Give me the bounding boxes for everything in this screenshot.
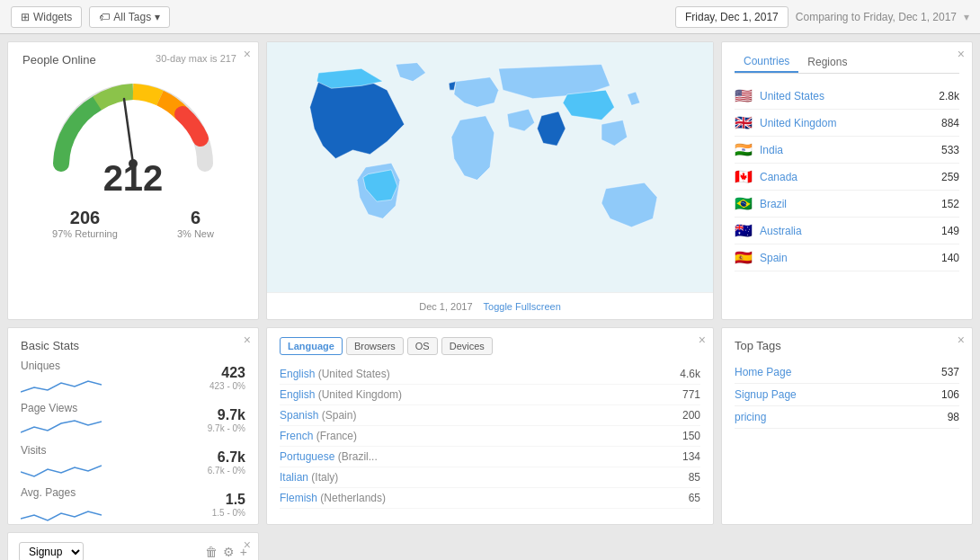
- trash-icon[interactable]: 🗑: [205, 545, 218, 559]
- language-name[interactable]: Italian (Italy): [280, 471, 338, 484]
- toptags-widget: × Top Tags Home Page 537 Signup Page 106…: [721, 327, 973, 525]
- country-info: 🇨🇦 Canada: [735, 168, 797, 185]
- language-name[interactable]: French (France): [280, 430, 357, 442]
- tag-count: 106: [941, 388, 959, 401]
- country-info: 🇪🇸 Spain: [735, 249, 788, 266]
- tag-row: pricing 98: [735, 406, 959, 429]
- grid-icon: ⊞: [21, 11, 30, 23]
- stat-row: Page Views 9.7k 9.7k - 0%: [21, 402, 245, 439]
- top-bar-right: Friday, Dec 1, 2017 Comparing to Friday,…: [675, 6, 969, 28]
- map-content: [267, 42, 713, 292]
- sparkline-chart: [21, 501, 102, 523]
- funnel-select[interactable]: Signup: [19, 542, 84, 560]
- country-flag: 🇬🇧: [735, 114, 753, 131]
- people-online-close[interactable]: ×: [244, 48, 251, 60]
- svg-line-0: [124, 99, 133, 164]
- people-online-widget: × People Online 30-day max is 217: [7, 41, 259, 320]
- sparkline-chart: [21, 374, 102, 396]
- country-name[interactable]: Australia: [760, 225, 802, 237]
- language-name[interactable]: Flemish (Netherlands): [280, 492, 386, 504]
- country-name[interactable]: Brazil: [760, 198, 787, 210]
- language-region: (Spain): [322, 409, 357, 422]
- language-row: Spanish (Spain) 200: [280, 405, 700, 426]
- country-name[interactable]: India: [760, 144, 783, 156]
- new-count: 6: [177, 208, 214, 228]
- language-tab[interactable]: Language: [280, 337, 343, 355]
- language-name[interactable]: English (United States): [280, 368, 390, 380]
- language-region: (Brazil...: [338, 450, 378, 463]
- language-name[interactable]: English (United Kingdom): [280, 388, 402, 401]
- countries-tabs: Countries Regions: [735, 51, 959, 74]
- comparing-chevron: ▾: [964, 11, 969, 23]
- people-stats: 206 97% Returning 6 3% New: [22, 208, 244, 239]
- stat-row-label-container: Avg. Pages: [21, 486, 102, 523]
- tag-name[interactable]: pricing: [735, 411, 766, 423]
- language-count: 200: [682, 409, 700, 422]
- country-name[interactable]: Spain: [760, 252, 788, 264]
- country-row: 🇪🇸 Spain 140: [735, 244, 959, 271]
- toptags-close[interactable]: ×: [958, 333, 965, 346]
- country-count: 533: [941, 144, 959, 156]
- stat-row-label-container: Page Views: [21, 402, 102, 439]
- country-info: 🇬🇧 United Kingdom: [735, 114, 836, 131]
- stat-value: 1.5: [212, 492, 245, 508]
- world-map-svg: [267, 42, 713, 292]
- language-row: French (France) 150: [280, 426, 700, 447]
- sparkline-chart: [21, 458, 102, 481]
- tag-name[interactable]: Signup Page: [735, 388, 797, 401]
- language-widget: × LanguageBrowsersOSDevices English (Uni…: [266, 327, 714, 525]
- country-count: 2.8k: [939, 90, 959, 102]
- basic-stats-close[interactable]: ×: [244, 333, 251, 346]
- gear-icon[interactable]: ⚙: [223, 545, 235, 559]
- basic-stats-rows: Uniques 423 423 - 0% Page Views 9.7k 9.7…: [21, 360, 245, 523]
- country-count: 259: [941, 171, 959, 183]
- language-count: 4.6k: [680, 368, 700, 380]
- country-flag: 🇦🇺: [735, 222, 753, 239]
- country-info: 🇮🇳 India: [735, 141, 783, 158]
- tab-countries[interactable]: Countries: [735, 51, 798, 73]
- people-online-subtitle: 30-day max is 217: [156, 53, 236, 64]
- new-label: 3% New: [177, 228, 214, 239]
- country-row: 🇺🇸 United States 2.8k: [735, 83, 959, 110]
- country-name[interactable]: United States: [760, 90, 824, 102]
- tag-row: Home Page 537: [735, 361, 959, 384]
- country-flag: 🇨🇦: [735, 168, 753, 185]
- countries-close[interactable]: ×: [958, 48, 965, 60]
- chevron-icon: ▾: [155, 11, 160, 23]
- stat-value-container: 9.7k 9.7k - 0%: [208, 407, 245, 433]
- stat-row-label-container: Uniques: [21, 360, 102, 396]
- country-name[interactable]: Canada: [760, 171, 797, 183]
- tag-name[interactable]: Home Page: [735, 366, 791, 378]
- language-row: Portuguese (Brazil... 134: [280, 447, 700, 467]
- widgets-button[interactable]: ⊞ Widgets: [11, 6, 82, 28]
- map-widget: ×: [266, 41, 714, 320]
- language-tab[interactable]: Devices: [441, 337, 493, 355]
- funnel-close[interactable]: ×: [244, 538, 251, 551]
- tags-button[interactable]: 🏷 All Tags ▾: [89, 6, 170, 28]
- tab-regions[interactable]: Regions: [798, 51, 856, 73]
- funnel-widget: × Signup 🗑 ⚙ + Home Page 97% left at thi…: [7, 532, 259, 560]
- tag-count: 537: [941, 366, 959, 378]
- date-text: Friday, Dec 1, 2017: [685, 11, 779, 23]
- date-display[interactable]: Friday, Dec 1, 2017: [675, 6, 788, 28]
- toggle-fullscreen-link[interactable]: Toggle Fullscreen: [484, 301, 561, 312]
- language-tab[interactable]: Browsers: [346, 337, 404, 355]
- stat-value-container: 1.5 1.5 - 0%: [212, 492, 245, 518]
- stat-label: Avg. Pages: [21, 486, 102, 499]
- language-close[interactable]: ×: [699, 333, 706, 346]
- comparing-text: Comparing to Friday, Dec 1, 2017: [796, 11, 957, 23]
- language-tab[interactable]: OS: [407, 337, 438, 355]
- toptags-rows: Home Page 537 Signup Page 106 pricing 98: [735, 361, 959, 429]
- language-name[interactable]: Portuguese (Brazil...: [280, 450, 378, 463]
- language-name[interactable]: Spanish (Spain): [280, 409, 356, 422]
- language-count: 134: [682, 450, 700, 463]
- returning-stat: 206 97% Returning: [52, 208, 118, 239]
- funnel-header: Signup 🗑 ⚙ +: [19, 542, 247, 560]
- country-flag: 🇪🇸: [735, 249, 753, 266]
- stat-row: Visits 6.7k 6.7k - 0%: [21, 444, 245, 481]
- country-row: 🇮🇳 India 533: [735, 137, 959, 164]
- tag-row: Signup Page 106: [735, 384, 959, 406]
- stat-value-container: 6.7k 6.7k - 0%: [208, 449, 245, 476]
- country-name[interactable]: United Kingdom: [760, 117, 836, 129]
- map-footer: Dec 1, 2017 Toggle Fullscreen: [267, 292, 713, 319]
